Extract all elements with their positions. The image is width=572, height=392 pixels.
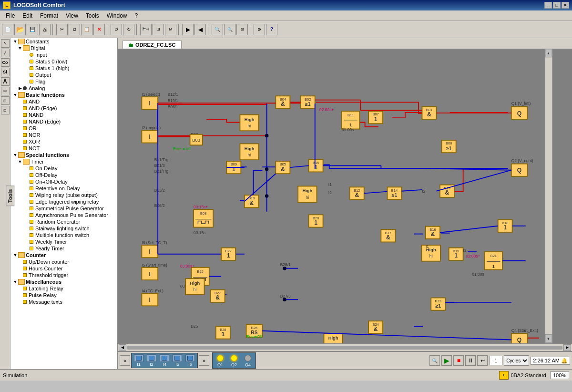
tree-expand-counter[interactable]: ▼ [12, 253, 18, 258]
nav-prev-button[interactable]: « [120, 355, 130, 366]
text-tool[interactable]: A [1, 77, 10, 86]
zoom-sim-button[interactable]: 🔍 [429, 355, 440, 366]
tree-expand-basic[interactable]: ▼ [12, 93, 18, 97]
zoom-out-button[interactable]: 🔍 [224, 24, 235, 35]
tree-item-threshold[interactable]: Threshold trigger [10, 272, 117, 279]
tree-expand-timer[interactable]: ▼ [17, 159, 23, 164]
tree-item-constants[interactable]: ▼ Constants [10, 38, 117, 45]
cut-button[interactable]: ✂ [56, 24, 68, 35]
io-button-q1[interactable]: Q1 [214, 354, 227, 367]
delete-button[interactable]: ✕ [93, 24, 105, 35]
io-button-q2[interactable]: Q2 [227, 354, 241, 367]
tree-item-off-delay[interactable]: Off-Delay [10, 172, 117, 178]
tree-item-updown[interactable]: Up/Down counter [10, 258, 117, 265]
tree-item-output[interactable]: Output [10, 72, 117, 78]
tree-item-edge-wiping[interactable]: Edge triggered wiping relay [10, 198, 117, 205]
tree-item-latching[interactable]: Latching Relay [10, 285, 117, 292]
tree-item-hours[interactable]: Hours Counter [10, 265, 117, 272]
tree-item-retentive[interactable]: Retentive on-Delay [10, 185, 117, 192]
io-button-i2[interactable]: I2 [145, 354, 158, 367]
tree-item-async-pulse[interactable]: Asynchronous Pulse Generator [10, 212, 117, 218]
tree-item-status1[interactable]: Status 1 (high) [10, 65, 117, 72]
tree-expand-misc[interactable]: ▼ [12, 279, 18, 284]
io-button-i6[interactable]: I6 [184, 354, 196, 367]
new-button[interactable]: 📄 [2, 24, 13, 35]
info-button[interactable]: ? [266, 24, 277, 35]
close-button[interactable]: ✕ [562, 2, 569, 9]
redo-button[interactable]: ↻ [123, 24, 134, 35]
tree-item-misc[interactable]: ▼ Miscellaneous [10, 279, 117, 285]
net-tool[interactable]: ⊞ [1, 96, 10, 105]
tree-item-xor[interactable]: XOR [10, 138, 117, 145]
tree-item-nand-edge[interactable]: NAND (Edge) [10, 118, 117, 125]
canvas-container[interactable]: I I1 (Select) I I2 (Impuls) I I6 (Sel_FC… [118, 49, 572, 343]
tree-expand-analog[interactable]: ▶ [17, 86, 23, 91]
diagram-tab[interactable]: 🖿 ODREZ_FC.LSC [123, 41, 182, 49]
menu-edit[interactable]: Edit [19, 11, 36, 20]
tree-item-stairway[interactable]: Stairway lighting switch [10, 225, 117, 232]
paste-button[interactable]: 📋 [81, 24, 92, 35]
tree-item-random[interactable]: Random Generator [10, 218, 117, 225]
tree-item-flag[interactable]: Flag [10, 78, 117, 85]
tree-expand-constants[interactable]: ▼ [12, 39, 18, 44]
connect-button[interactable]: ⊢⊣ [140, 24, 152, 35]
menu-file[interactable]: File [2, 11, 19, 20]
tree-item-on-off-delay[interactable]: On-/Off-Delay [10, 178, 117, 185]
tree-item-msg-texts[interactable]: Message texts [10, 299, 117, 305]
tree-item-nand[interactable]: NAND [10, 112, 117, 118]
scroll-right-button[interactable]: ▶ [563, 344, 571, 351]
menu-window[interactable]: Window [103, 11, 131, 20]
tree-item-input[interactable]: Input [10, 52, 117, 58]
settings-button[interactable]: ⚙ [254, 24, 265, 35]
io-button-i5[interactable]: I5 [171, 354, 184, 367]
tree-item-special-funcs[interactable]: ▼ Special functions [10, 152, 117, 158]
scissor-tool[interactable]: ✂ [1, 87, 10, 95]
io-button-i1[interactable]: I1 [133, 354, 145, 367]
h-scrollbar[interactable]: ◀ ▶ [118, 343, 572, 351]
print-button[interactable]: 🖨 [39, 24, 51, 35]
sim-menu-button[interactable]: М [165, 24, 176, 35]
pause-button[interactable]: ⏸ [465, 355, 476, 366]
undo-button[interactable]: ↺ [111, 24, 122, 35]
tree-expand-digital[interactable]: ▼ [17, 46, 23, 51]
stop-button[interactable]: ■ [453, 355, 464, 366]
connect-wire-tool[interactable]: ╱ [1, 49, 10, 57]
io-button-i4[interactable]: I4 [158, 354, 171, 367]
tree-item-and-edge[interactable]: AND (Edge) [10, 105, 117, 112]
tree-item-basic-funcs[interactable]: ▼ Basic functions [10, 92, 117, 98]
nav-next-inputs-button[interactable]: » [199, 355, 209, 366]
tree-item-wiping[interactable]: Wiping relay (pulse output) [10, 192, 117, 198]
tree-item-yearly[interactable]: Yearly Timer [10, 245, 117, 252]
play-button[interactable]: ▶ [441, 355, 452, 366]
tree-expand-special[interactable]: ▼ [12, 153, 18, 157]
minimize-button[interactable]: _ [544, 2, 552, 9]
sim-mode-button[interactable]: Ш [153, 24, 164, 35]
tree-item-weekly[interactable]: Weekly Timer [10, 238, 117, 245]
menu-view[interactable]: View [62, 11, 82, 20]
tree-item-and[interactable]: AND [10, 98, 117, 105]
info-block-tool[interactable]: ⊡ [1, 106, 10, 114]
io-button-q4[interactable]: Q4 [241, 354, 255, 367]
sf-tool[interactable]: Sf [1, 68, 10, 76]
tree-item-counter[interactable]: ▼ Counter [10, 252, 117, 258]
maximize-button[interactable]: □ [553, 2, 561, 9]
tree-item-status0[interactable]: Status 0 (low) [10, 58, 117, 65]
co-tool[interactable]: Co [1, 58, 10, 67]
tree-item-not[interactable]: NOT [10, 145, 117, 152]
transfer-logo-to-pc[interactable]: ◀ [194, 24, 206, 35]
step-button[interactable]: ↩ [477, 355, 488, 366]
menu-format[interactable]: Format [36, 11, 62, 20]
menu-tools[interactable]: Tools [82, 11, 103, 20]
cycles-dropdown[interactable]: Cycles [504, 355, 529, 366]
title-controls[interactable]: _ □ ✕ [544, 2, 569, 9]
open-button[interactable]: 📂 [14, 24, 26, 35]
zoom-in-button[interactable]: 🔍 [212, 24, 223, 35]
tree-item-analog[interactable]: ▶ Analog [10, 85, 117, 92]
transfer-pc-to-logo[interactable]: ▶ [182, 24, 194, 35]
tree-item-pulse-relay[interactable]: Pulse Relay [10, 292, 117, 299]
select-tool[interactable]: ↖ [1, 39, 10, 48]
tree-item-multi-func[interactable]: Multiple function switch [10, 232, 117, 238]
copy-button[interactable]: ⧉ [69, 24, 80, 35]
tree-item-timer[interactable]: ▼ Timer [10, 158, 117, 165]
scroll-left-button[interactable]: ◀ [119, 344, 126, 351]
